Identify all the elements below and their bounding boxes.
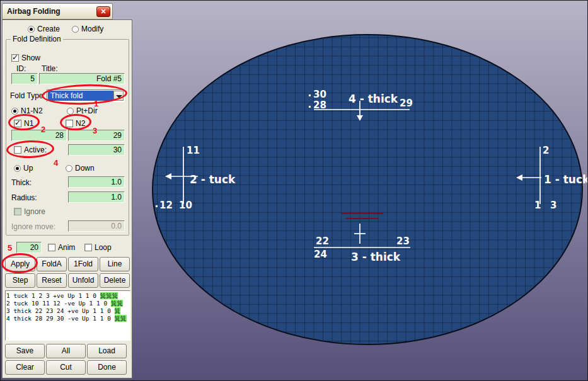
title-field[interactable]: Fold #5 (39, 73, 125, 84)
checkbox-icon (48, 244, 55, 251)
callout-1: 1 (94, 99, 98, 108)
id-label: ID: (16, 64, 26, 73)
dropdown-button[interactable] (113, 91, 124, 101)
ignore-move-field: 0.0 (68, 220, 125, 232)
loop-label: Loop (95, 243, 112, 252)
fold-list-tail: 箕箕 (115, 315, 127, 322)
node-22-label: 22 (316, 236, 329, 247)
node-24-label: 24 (314, 249, 327, 260)
airbag-mesh (153, 35, 582, 344)
node-29-label: 29 (400, 98, 413, 109)
all-button[interactable]: All (46, 344, 86, 358)
fold-list-text: 1 tuck 1 2 3 +ve Up 1 1 0 (6, 292, 100, 299)
cut-button[interactable]: Cut (46, 360, 86, 375)
node-23-label: 23 (396, 236, 410, 247)
radius-label: Radius: (11, 193, 37, 202)
loop-checkbox[interactable]: Loop (84, 243, 112, 252)
thick-label: Thick: (11, 178, 32, 187)
radio-icon (11, 108, 18, 115)
title-label: Title: (42, 64, 58, 73)
anim-label: Anim (58, 243, 75, 252)
radius-field[interactable]: 1.0 (68, 191, 125, 203)
load-button[interactable]: Load (87, 344, 127, 358)
anim-checkbox[interactable]: Anim (48, 243, 75, 252)
show-label: Show (21, 54, 40, 62)
node-28-label: 28 (313, 100, 326, 111)
folda-button[interactable]: FoldA (37, 257, 67, 271)
n2-label: N2 (76, 119, 85, 128)
n1n2-radio[interactable]: N1-N2 (11, 106, 43, 115)
save-button[interactable]: Save (5, 344, 45, 358)
fold-type-dropdown[interactable]: Thick fold (47, 89, 125, 102)
active-label: Active: (24, 145, 47, 154)
thick-field[interactable]: 1.0 (68, 176, 125, 188)
active-checkbox[interactable]: Active: (14, 145, 47, 154)
fold-list-tail: 箕 (115, 307, 121, 314)
checkbox-icon (11, 54, 19, 62)
active-field[interactable]: 30 (68, 144, 125, 156)
create-radio[interactable]: Create (28, 25, 60, 33)
checkbox-icon (84, 244, 92, 251)
node-1-label: 1 (534, 200, 541, 211)
id-field[interactable]: 5 (11, 73, 38, 84)
node-3-label: 3 (550, 200, 556, 211)
fold-list-row[interactable]: 4 thick 28 29 30 -ve Up 1 1 0 箕箕 (6, 315, 129, 322)
create-label: Create (37, 25, 60, 33)
close-button[interactable]: ✕ (96, 6, 110, 17)
fold-list-tail: 箕箕 (111, 300, 123, 307)
fold-list-row[interactable]: 3 thick 22 23 24 +ve Up 1 1 0 箕 (6, 307, 129, 315)
n1-field[interactable]: 28 (11, 130, 67, 141)
node-2-label: 2 (543, 145, 549, 156)
show-checkbox[interactable]: Show (11, 54, 40, 62)
chevron-down-icon (116, 95, 122, 98)
reset-button[interactable]: Reset (37, 273, 67, 288)
ignore-move-label: Ignore move: (11, 222, 55, 231)
modify-label: Modify (81, 25, 103, 33)
checkbox-icon (14, 120, 21, 127)
done-button[interactable]: Done (87, 360, 127, 375)
fold-definition-legend: Fold Definition (11, 35, 63, 43)
line-button[interactable]: Line (100, 257, 130, 271)
fold-definition-group: Fold Definition Show ID: Title: 5 Fold #… (6, 39, 129, 236)
callout-3: 3 (93, 126, 97, 135)
screen: 30 28 4 - thick 29 11 2 - tuck 12 10 2 1… (0, 0, 588, 381)
callout-5: 5 (8, 243, 12, 253)
clear-button[interactable]: Clear (5, 360, 45, 375)
steps-field[interactable]: 20 (16, 242, 42, 253)
ignore-label: Ignore (24, 207, 45, 216)
fold3-label: 3 - thick (351, 251, 401, 263)
step-button[interactable]: Step (5, 273, 35, 288)
fold-list-row[interactable]: 1 tuck 1 2 3 +ve Up 1 1 0 箕箕箕 (6, 292, 129, 300)
fold-list-text: 3 thick 22 23 24 +ve Up 1 1 0 (6, 307, 115, 314)
callout-2: 2 (41, 125, 45, 134)
node-11-label: 11 (187, 145, 200, 156)
checkbox-icon (14, 146, 21, 154)
n1-checkbox[interactable]: N1 (14, 119, 33, 128)
down-radio[interactable]: Down (66, 164, 95, 173)
onefold-button[interactable]: 1Fold (68, 257, 98, 271)
radio-icon (66, 165, 72, 172)
delete-button[interactable]: Delete (100, 273, 130, 288)
fold2-label: 2 - tuck (190, 173, 236, 186)
fold-list[interactable]: 1 tuck 1 2 3 +ve Up 1 1 0 箕箕箕 2 tuck 10 … (5, 290, 130, 341)
n2-checkbox[interactable]: N2 (66, 119, 85, 128)
ptdir-radio[interactable]: Pt+Dir (67, 106, 98, 115)
up-radio[interactable]: Up (14, 164, 33, 173)
fold-list-tail: 箕箕箕 (100, 292, 118, 299)
modify-radio[interactable]: Modify (72, 25, 103, 33)
fold-list-row[interactable]: 2 tuck 10 11 12 -ve Up 1 1 0 箕箕 (6, 300, 129, 307)
fold1-label: 1 - tuck (544, 173, 588, 186)
apply-button[interactable]: Apply (5, 257, 35, 271)
radio-icon (72, 26, 79, 33)
unfold-button[interactable]: Unfold (68, 273, 98, 288)
node-12-label: 12 (159, 200, 173, 211)
radio-icon (28, 26, 35, 33)
checkbox-icon (66, 120, 73, 127)
n1n2-label: N1-N2 (21, 106, 43, 115)
n1-label: N1 (24, 119, 33, 128)
dialog-titlebar[interactable]: Airbag Folding ✕ (2, 3, 113, 20)
radio-icon (14, 165, 21, 172)
node-10-label: 10 (179, 200, 192, 211)
ignore-checkbox[interactable]: Ignore (14, 207, 45, 216)
callout-4: 4 (54, 158, 58, 168)
